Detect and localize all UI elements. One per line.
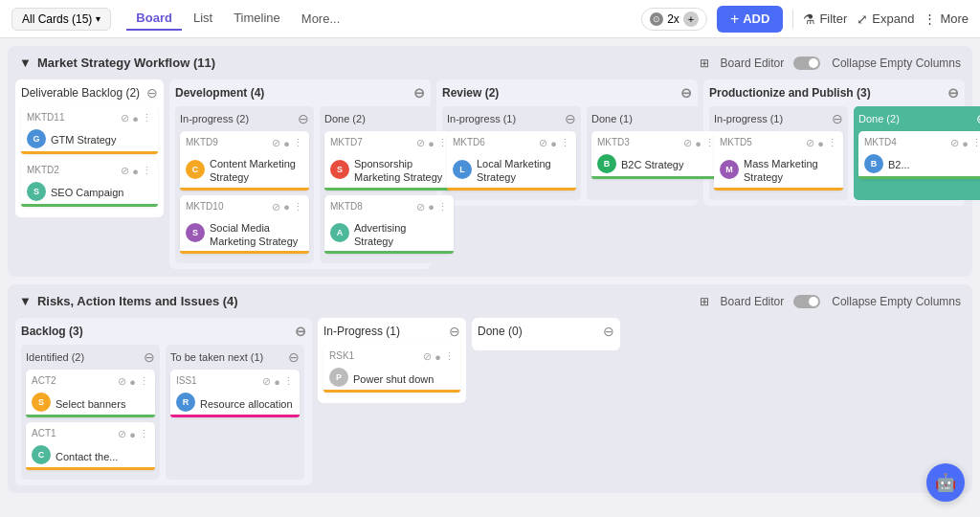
more-icon[interactable]: ⋮	[293, 137, 303, 149]
minus-icon[interactable]: ⊖	[565, 111, 576, 126]
block-icon[interactable]: ⊘	[416, 201, 425, 214]
risks-done-header: Done (0) ⊖	[478, 324, 614, 339]
block-icon[interactable]: ⊘	[950, 137, 959, 149]
avatar: S	[330, 160, 349, 179]
all-cards-button[interactable]: All Cards (15) ▾	[11, 8, 111, 31]
risks-ip-label: In-Progress (1)	[323, 325, 400, 338]
comment-icon[interactable]: ●	[132, 113, 139, 124]
backlog-minus-icon[interactable]: ⊖	[146, 85, 158, 101]
block-icon[interactable]: ⊘	[118, 428, 126, 440]
bot-icon[interactable]: 🤖	[926, 463, 965, 502]
dev-done-label: Done (2)	[324, 113, 366, 124]
review-cols: In-progress (1)⊖ MKTD6⊘●⋮ LLocal Marketi…	[442, 106, 692, 200]
comment-icon[interactable]: ●	[695, 138, 702, 149]
risks-ip-minus[interactable]: ⊖	[449, 324, 460, 339]
more-icon[interactable]: ⋮	[827, 137, 837, 149]
minus-icon[interactable]: ⊖	[288, 349, 300, 365]
section-chevron-icon[interactable]: ▼	[19, 56, 32, 70]
chevron-down-icon: ▾	[96, 13, 100, 24]
block-icon[interactable]: ⊘	[262, 375, 271, 388]
block-icon[interactable]: ⊘	[683, 137, 692, 149]
card-mktd6: MKTD6⊘●⋮ LLocal Marketing Strategy	[447, 131, 576, 191]
card-rsk1: RSK1⊘●⋮ PPower shut down	[323, 345, 460, 393]
risks-done-minus[interactable]: ⊖	[603, 324, 614, 339]
productionize-header: Productionize and Publish (3) ⊖	[709, 85, 959, 101]
collapse-label: Collapse Empty Columns	[832, 56, 961, 70]
comment-icon[interactable]: ●	[428, 138, 434, 149]
add-label: ADD	[743, 11, 769, 26]
top-nav: All Cards (15) ▾ Board List Timeline Mor…	[0, 0, 980, 38]
comment-icon[interactable]: ●	[428, 201, 434, 213]
development-minus-icon[interactable]: ⊖	[413, 85, 425, 101]
more-icon[interactable]: ⋮	[139, 428, 149, 440]
expand-label: Expand	[872, 11, 914, 26]
block-icon[interactable]: ⊘	[423, 350, 432, 363]
risks-collapse-action[interactable]: Collapse Empty Columns	[793, 295, 961, 308]
deliverable-backlog-label: Deliverable Backlog (2)	[21, 86, 140, 100]
block-icon[interactable]: ⊘	[118, 375, 126, 388]
risks-toggle-pill[interactable]	[793, 295, 820, 308]
collapse-toggle-pill[interactable]	[793, 56, 820, 70]
comment-icon[interactable]: ●	[129, 376, 136, 388]
block-icon[interactable]: ⊘	[416, 137, 425, 149]
board-editor-action[interactable]: ⊞ Board Editor	[700, 56, 785, 70]
comment-icon[interactable]: ●	[817, 138, 824, 149]
risks-backlog-minus[interactable]: ⊖	[295, 324, 306, 339]
minus-icon[interactable]: ⊖	[144, 349, 155, 365]
block-icon[interactable]: ⊘	[539, 137, 547, 149]
risks-chevron-icon[interactable]: ▼	[19, 294, 32, 308]
comment-icon[interactable]: ●	[129, 429, 136, 440]
more-icon[interactable]: ⋮	[560, 137, 570, 149]
comment-icon[interactable]: ●	[434, 351, 441, 363]
more-icon[interactable]: ⋮	[142, 165, 152, 177]
card-bar	[180, 251, 309, 254]
more-action[interactable]: ⋮ More	[924, 11, 969, 26]
zoom-plus-button[interactable]: +	[683, 11, 699, 27]
block-icon[interactable]: ⊘	[806, 137, 814, 149]
comment-icon[interactable]: ●	[550, 138, 557, 149]
risks-board-editor-action[interactable]: ⊞ Board Editor	[700, 295, 785, 308]
comment-icon[interactable]: ●	[132, 166, 139, 177]
block-icon[interactable]: ⊘	[272, 137, 280, 149]
block-icon[interactable]: ⊘	[121, 165, 129, 177]
collapse-empty-action[interactable]: Collapse Empty Columns	[793, 56, 961, 70]
risks-ip-header: In-Progress (1) ⊖	[323, 324, 460, 339]
minus-icon[interactable]: ⊖	[298, 111, 309, 126]
tab-board[interactable]: Board	[126, 7, 182, 31]
minus-icon[interactable]: ⊖	[976, 111, 980, 126]
avatar: C	[32, 445, 51, 464]
card-title: B2C Strategy	[621, 158, 683, 171]
comment-icon[interactable]: ●	[962, 138, 969, 149]
block-icon[interactable]: ⊘	[272, 201, 280, 214]
more-icon[interactable]: ⋮	[437, 201, 448, 214]
card-title: Select banners	[56, 397, 125, 411]
avatar: S	[27, 182, 46, 201]
more-icon[interactable]: ⋮	[142, 112, 152, 124]
zoom-control[interactable]: ⊙ 2x +	[641, 8, 707, 31]
prod-minus-icon[interactable]: ⊖	[947, 85, 959, 101]
section-market-strategy: ▼ Market Strategy Workflow (11) ⊞ Board …	[8, 46, 972, 277]
more-icon[interactable]: ⋮	[444, 350, 455, 363]
tab-list[interactable]: List	[184, 7, 222, 31]
comment-icon[interactable]: ●	[283, 201, 290, 213]
card-mktd9: MKTD9⊘●⋮ CContent Marketing Strategy	[180, 131, 309, 191]
comment-icon[interactable]: ●	[274, 376, 280, 388]
productionize-label: Productionize and Publish (3)	[709, 86, 871, 100]
tab-more[interactable]: More...	[292, 8, 349, 30]
to-be-taken-col: To be taken next (1)⊖ ISS1⊘●⋮ RResource …	[166, 345, 304, 480]
card-title: Advertising Strategy	[354, 221, 448, 249]
card-bar	[26, 415, 155, 417]
more-icon[interactable]: ⋮	[971, 137, 980, 149]
expand-action[interactable]: ⤢ Expand	[857, 11, 914, 27]
block-icon[interactable]: ⊘	[121, 112, 129, 124]
more-icon[interactable]: ⋮	[283, 375, 294, 388]
tab-timeline[interactable]: Timeline	[224, 7, 290, 31]
filter-action[interactable]: ⚗ Filter	[803, 11, 847, 27]
card-title: Content Marketing Strategy	[210, 157, 303, 185]
add-button[interactable]: + ADD	[717, 6, 784, 33]
more-icon[interactable]: ⋮	[139, 375, 149, 388]
more-icon[interactable]: ⋮	[293, 201, 303, 214]
comment-icon[interactable]: ●	[283, 138, 290, 149]
minus-icon[interactable]: ⊖	[832, 111, 843, 126]
review-minus-icon[interactable]: ⊖	[680, 85, 692, 101]
